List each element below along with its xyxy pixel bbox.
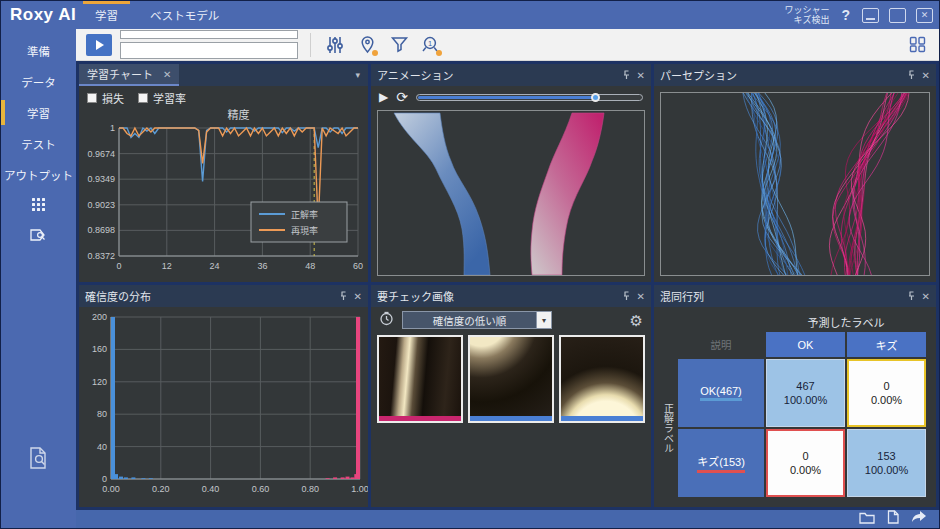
legend-link[interactable]: 説明: [678, 332, 764, 357]
file-search-icon[interactable]: [1, 446, 76, 470]
svg-text:精度: 精度: [228, 108, 250, 121]
svg-text:120: 120: [92, 377, 107, 387]
close-icon[interactable]: ✕: [922, 291, 930, 302]
cell-kizu-kizu[interactable]: 153100.00%: [847, 429, 926, 497]
chevron-down-icon[interactable]: ▾: [355, 70, 368, 80]
model-name-field[interactable]: [120, 42, 298, 59]
svg-text:0.8372: 0.8372: [87, 251, 115, 261]
cell-ok-ok[interactable]: 467100.00%: [766, 359, 845, 427]
perception-canvas: [660, 92, 930, 276]
col-header-kizu: キズ: [847, 332, 926, 357]
svg-text:0.00: 0.00: [102, 484, 120, 494]
run-play-button[interactable]: [86, 34, 112, 56]
check-image-thumb[interactable]: [559, 335, 645, 423]
close-icon[interactable]: ✕: [922, 70, 930, 81]
panel-title: 要チェック画像: [377, 288, 454, 304]
svg-text:0.60: 0.60: [252, 484, 270, 494]
sidebar-item-prepare[interactable]: 準備: [1, 35, 76, 66]
filter-funnel-icon[interactable]: [387, 33, 411, 57]
play-icon[interactable]: ▶: [379, 91, 388, 103]
panel-learning-chart: 学習チャート ✕ ▾ 損失 学習率 精度012243648600.83720.8…: [79, 64, 368, 282]
svg-text:0.40: 0.40: [202, 484, 220, 494]
svg-text:0.9349: 0.9349: [87, 174, 115, 184]
sidebar-item-output[interactable]: アウトプット: [1, 159, 76, 190]
pin-icon[interactable]: [622, 291, 631, 301]
row-label-kizu[interactable]: キズ(153): [678, 429, 764, 497]
app-logo: Roxy AI: [1, 1, 79, 29]
animation-slider[interactable]: [416, 94, 643, 101]
help-icon[interactable]: ?: [839, 7, 852, 23]
svg-text:0: 0: [116, 261, 121, 271]
col-header-ok: OK: [766, 332, 845, 357]
accuracy-line-chart: 精度012243648600.83720.86980.90230.93490.9…: [79, 106, 368, 282]
file-icon[interactable]: [887, 510, 899, 528]
pin-icon[interactable]: [622, 70, 631, 80]
check-image-thumb[interactable]: [468, 335, 554, 423]
panel-title: 混同行列: [660, 288, 704, 304]
svg-text:1: 1: [427, 38, 431, 47]
sidebar-item-learning[interactable]: 学習: [1, 97, 76, 128]
confusion-matrix: 予測したラベル 説明 OK キズ 正解ラベル OK(467) 467100.00…: [654, 307, 936, 507]
check-image-thumb[interactable]: [377, 335, 463, 423]
checkbox-learning-rate[interactable]: 学習率: [138, 90, 186, 106]
slider-thumb[interactable]: [591, 93, 600, 102]
sidebar-item-test[interactable]: テスト: [1, 128, 76, 159]
sort-order-select[interactable]: 確信度の低い順 ▾: [402, 311, 552, 329]
pin-icon[interactable]: [907, 70, 916, 80]
animation-canvas: [377, 110, 645, 276]
close-button[interactable]: [916, 8, 933, 23]
cell-ok-kizu[interactable]: 00.00%: [847, 359, 926, 427]
svg-text:12: 12: [162, 261, 172, 271]
refresh-loop-icon[interactable]: ⟳: [396, 90, 408, 104]
share-arrow-icon[interactable]: [911, 510, 927, 528]
panel-confidence: 確信度の分布 ✕ 0.000.200.400.600.801.000408012…: [79, 285, 368, 507]
close-icon[interactable]: ✕: [637, 70, 645, 81]
svg-text:36: 36: [257, 261, 267, 271]
svg-text:24: 24: [210, 261, 220, 271]
layout-grid-icon[interactable]: [905, 33, 929, 57]
sidebar-item-data[interactable]: データ: [1, 66, 76, 97]
label-search-icon[interactable]: [1, 220, 76, 250]
panel-title: 確信度の分布: [85, 288, 151, 304]
svg-text:0.80: 0.80: [301, 484, 319, 494]
learning-chart-tab[interactable]: 学習チャート ✕: [79, 64, 179, 86]
svg-text:40: 40: [97, 442, 107, 452]
tune-sliders-icon[interactable]: [323, 33, 347, 57]
svg-text:200: 200: [92, 312, 107, 322]
location-pin-icon[interactable]: [355, 33, 379, 57]
svg-text:80: 80: [97, 409, 107, 419]
panel-animation: アニメーション ✕ ▶ ⟳: [371, 64, 651, 282]
svg-text:48: 48: [305, 261, 315, 271]
minimize-button[interactable]: [862, 8, 879, 23]
svg-text:1: 1: [110, 123, 115, 133]
close-icon[interactable]: ✕: [354, 291, 362, 302]
close-icon[interactable]: ✕: [163, 69, 171, 80]
row-label-ok[interactable]: OK(467): [678, 359, 764, 427]
history-clock-icon[interactable]: [379, 311, 394, 330]
svg-text:60: 60: [353, 261, 363, 271]
checkbox-loss[interactable]: 損失: [87, 90, 124, 106]
svg-text:0.8698: 0.8698: [87, 225, 115, 235]
actual-label: 正解ラベル: [660, 359, 676, 497]
tab-best-model[interactable]: ベストモデル: [134, 1, 235, 29]
chevron-down-icon[interactable]: ▾: [536, 312, 551, 328]
maximize-button[interactable]: [889, 8, 906, 23]
cell-kizu-ok[interactable]: 00.00%: [766, 429, 845, 497]
statusbar: [76, 510, 939, 528]
gear-icon[interactable]: ⚙: [630, 313, 643, 328]
apps-grid-icon[interactable]: [1, 190, 76, 220]
search-one-icon[interactable]: 1: [419, 33, 443, 57]
tab-learning[interactable]: 学習: [79, 1, 134, 29]
panel-title: アニメーション: [377, 67, 454, 83]
svg-text:0.9023: 0.9023: [87, 200, 115, 210]
panel-title: パーセプション: [660, 67, 737, 83]
folder-icon[interactable]: [859, 510, 875, 528]
close-icon[interactable]: ✕: [637, 291, 645, 302]
panel-title: 学習チャート: [87, 66, 153, 82]
pin-icon[interactable]: [907, 291, 916, 301]
pin-icon[interactable]: [339, 291, 348, 301]
titlebar: Roxy AI 学習 ベストモデル ワッシャー キズ検出 ?: [1, 1, 940, 29]
animation-ribbon-pink: [531, 113, 604, 275]
sidebar: 準備 データ 学習 テスト アウトプット: [1, 29, 76, 528]
progress-field[interactable]: [120, 30, 298, 39]
